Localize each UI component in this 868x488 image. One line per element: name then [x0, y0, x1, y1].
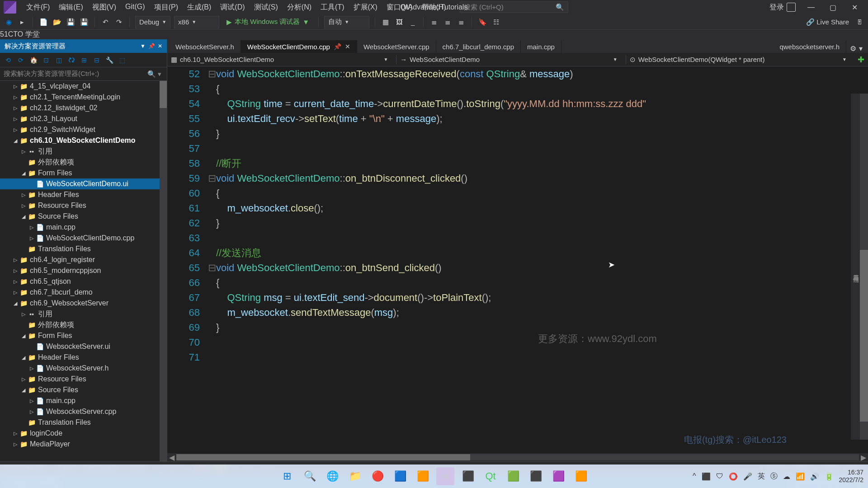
tree-item[interactable]: ▷📁ch6.7_libcurl_demo	[0, 287, 167, 298]
tray-cloud-icon[interactable]: ☁	[783, 472, 790, 481]
taskbar-vs[interactable]: ∞	[436, 467, 454, 485]
menu-item[interactable]: 调试(D)	[216, 1, 249, 14]
maximize-button[interactable]: ▢	[823, 0, 843, 14]
taskbar-app-4[interactable]: 🟪	[549, 467, 567, 485]
taskbar-start[interactable]: ⊞	[278, 467, 296, 485]
config-dropdown[interactable]: Debug▼	[135, 16, 170, 28]
taskbar-edge[interactable]: 🌐	[323, 467, 341, 485]
tree-item[interactable]: ▷📄main.cpp	[0, 222, 167, 233]
tree-item[interactable]: ▷▪▪引用	[0, 309, 167, 319]
tray-chevron-icon[interactable]: ^	[693, 472, 696, 480]
document-tab[interactable]: ch6.7_libcurl_demo.cpp	[436, 40, 521, 53]
taskbar-app-5[interactable]: 🟧	[572, 467, 590, 485]
nav-fwd-icon[interactable]: ▸	[17, 17, 27, 27]
tray-icon-3[interactable]: ⓢ	[770, 472, 778, 481]
pin-icon[interactable]: 📌	[334, 43, 341, 50]
tree-item[interactable]: 📁外部依赖项	[0, 319, 167, 330]
document-tab[interactable]: qwebsocketserver.h	[773, 40, 846, 53]
nav-back-icon[interactable]: ◉	[4, 17, 14, 27]
ptb-wrench-icon[interactable]: 🔧	[104, 55, 115, 66]
ptb-icon-4[interactable]: ⊟	[91, 55, 102, 66]
nav-class-dropdown[interactable]: → WebSocketClientDemo▼	[400, 56, 622, 63]
save-icon[interactable]: 💾	[66, 17, 75, 27]
menu-item[interactable]: Git(G)	[121, 1, 150, 14]
tab-add-icon[interactable]: ▾	[859, 44, 863, 53]
panel-pin-icon[interactable]: 📌	[148, 43, 155, 49]
ptb-icon-3[interactable]: ⊞	[79, 55, 90, 66]
document-tab[interactable]: WebSocketClientDemo.cpp📌✕	[241, 40, 357, 53]
fold-column[interactable]: ⊟⊟⊟	[208, 66, 216, 453]
tb-icon-8[interactable]: 🎚	[854, 17, 864, 27]
tb-icon-5[interactable]: ≣	[443, 17, 453, 27]
tray-icon-1[interactable]: ⬛	[702, 472, 711, 481]
save-all-icon[interactable]: 💾	[79, 17, 89, 27]
tb-icon-7[interactable]: ☷	[491, 17, 501, 27]
tray-clock[interactable]: 16:37 2022/7/2	[839, 469, 864, 484]
tray-battery-icon[interactable]: 🔋	[825, 472, 834, 481]
menu-item[interactable]: 视图(V)	[88, 1, 121, 14]
ptb-home-icon[interactable]: 🏠	[28, 55, 39, 66]
ptb-back-icon[interactable]: ⟲	[3, 55, 14, 66]
ptb-fwd-icon[interactable]: ⟳	[15, 55, 26, 66]
taskbar-app-2[interactable]: ⬛	[459, 467, 477, 485]
close-tab-icon[interactable]: ✕	[345, 43, 350, 50]
taskbar-app-3[interactable]: 🟩	[504, 467, 522, 485]
tree-item[interactable]: ▷📁Resource Files	[0, 200, 167, 211]
panel-dropdown-icon[interactable]: ▼	[140, 43, 146, 49]
nav-plus-icon[interactable]: ✚	[858, 55, 864, 65]
tb-icon-3[interactable]: _	[408, 17, 418, 27]
code-editor[interactable]: 5253545556575859606162636465666768697071…	[167, 66, 868, 453]
tree-item[interactable]: ▷📁ch6.5_moderncppjson	[0, 265, 167, 276]
hscroll-right[interactable]: ▶	[859, 453, 868, 462]
menu-item[interactable]: 文件(F)	[22, 1, 54, 14]
search-input[interactable]: 搜索 (Ctrl+Q) 🔍	[460, 1, 568, 13]
close-button[interactable]: ✕	[844, 0, 864, 14]
nav-scope-dropdown[interactable]: ▦ ch6.10_WebSocketClientDemo▼	[171, 56, 392, 64]
tree-item[interactable]: ▷📁4_15_vlcplayer_04	[0, 81, 167, 92]
tree-item[interactable]: ▷📁Header Files	[0, 189, 167, 200]
menu-item[interactable]: 工具(T)	[316, 1, 349, 14]
tree-item[interactable]: ▷📁ch2.9_SwitchWidget	[0, 124, 167, 135]
tree-item[interactable]: 📁Translation Files	[0, 417, 167, 428]
document-tab[interactable]: WebsocketServer.h	[169, 40, 241, 53]
tb-icon-4[interactable]: ≣	[429, 17, 439, 27]
hscroll-left[interactable]: ◀	[167, 453, 176, 462]
taskbar-search[interactable]: 🔍	[301, 467, 319, 485]
menu-item[interactable]: 分析(N)	[283, 1, 316, 14]
editor-hscroll[interactable]	[176, 454, 859, 460]
minimize-button[interactable]: —	[801, 0, 821, 14]
login-button[interactable]: 登录	[766, 1, 799, 14]
document-tab[interactable]: main.cpp	[521, 40, 561, 53]
liveshare-button[interactable]: 🔗 Live Share	[806, 18, 849, 26]
tree-item[interactable]: ◢📁Source Files	[0, 385, 167, 395]
tree-item[interactable]: ▷📄WebSocketClientDemo.cpp	[0, 233, 167, 244]
panel-search[interactable]: 搜索解决方案资源管理器(Ctrl+;) 🔍 ▾	[0, 67, 167, 81]
tab-gear-icon[interactable]: ⚙	[850, 44, 856, 53]
tray-icon-2[interactable]: ⭕	[729, 472, 738, 481]
tree-item[interactable]: ◢📁Source Files	[0, 211, 167, 222]
tree-item[interactable]: ▷📄WebsocketServer.h	[0, 363, 167, 374]
tree-item[interactable]: ◢📁Form Files	[0, 330, 167, 341]
tray-wifi-icon[interactable]: 📶	[796, 472, 805, 481]
tree-item[interactable]: ▷📁ch6.4_login_register	[0, 254, 167, 265]
ptb-icon-1[interactable]: ⊡	[41, 55, 52, 66]
redo-icon[interactable]: ↷	[114, 17, 124, 27]
tree-scrollbar[interactable]	[160, 81, 167, 461]
menu-item[interactable]: 项目(P)	[150, 1, 183, 14]
tree-item[interactable]: ▷📁loginCode	[0, 428, 167, 439]
auto-dropdown[interactable]: 自动▼	[324, 16, 369, 28]
tree-item[interactable]: ◢📁Header Files	[0, 352, 167, 363]
tree-item[interactable]: ▷📁ch2.3_hLayout	[0, 113, 167, 124]
taskbar-terminal[interactable]: ⬛	[527, 467, 545, 485]
tray-mic-icon[interactable]: 🎤	[743, 472, 752, 481]
ptb-icon-2[interactable]: ◫	[53, 55, 64, 66]
tray-shield-icon[interactable]: 🛡	[716, 472, 723, 480]
tree-item[interactable]: ▷📁ch6.5_qtjson	[0, 276, 167, 287]
menu-item[interactable]: 编辑(E)	[54, 1, 87, 14]
tree-item[interactable]: ▷📄main.cpp	[0, 395, 167, 406]
tray-ime-icon[interactable]: 英	[758, 472, 765, 481]
nav-member-dropdown[interactable]: ⊙ WebSocketClientDemo(QWidget * parent)▼	[630, 56, 851, 64]
tree-item[interactable]: ▷📄WebsocketServer.cpp	[0, 406, 167, 417]
undo-icon[interactable]: ↶	[100, 17, 110, 27]
tree-item[interactable]: ▷📁Resource Files	[0, 374, 167, 385]
